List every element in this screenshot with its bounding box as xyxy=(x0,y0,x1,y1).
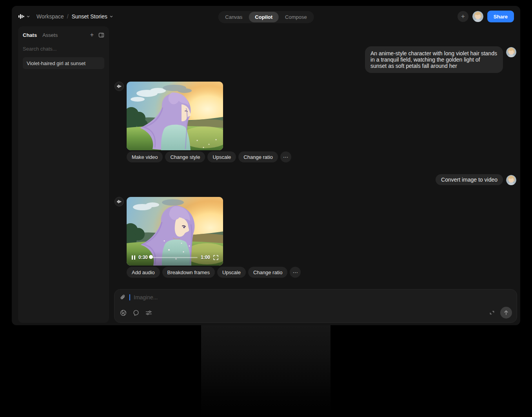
current-time: 0:30 xyxy=(138,255,148,260)
make-video-button[interactable]: Make video xyxy=(127,151,163,162)
sidebar-tab-assets[interactable]: Assets xyxy=(42,32,58,38)
tab-compose[interactable]: Compose xyxy=(279,12,313,22)
user-message: Convert image to video xyxy=(436,174,516,185)
app-menu-button[interactable] xyxy=(18,13,30,20)
breadcrumb: Workspace / Sunset Stories xyxy=(36,13,113,20)
video-actions: Add audio Breakdown frames Upscale Chang… xyxy=(127,267,301,278)
image-actions: Make video Change style Upscale Change r… xyxy=(127,151,291,162)
new-chat-button[interactable]: + xyxy=(90,32,94,38)
chat-item-title: Violet-haired girl at sunset xyxy=(27,60,85,66)
search-chats xyxy=(23,45,104,52)
change-ratio-button[interactable]: Change ratio xyxy=(238,151,278,162)
app-window: Workspace / Sunset Stories Canvas Copilo… xyxy=(12,6,520,325)
text-cursor xyxy=(129,294,130,300)
assistant-avatar-waveform-icon xyxy=(114,197,124,206)
background-glow xyxy=(201,325,330,417)
sidebar-header: Chats Assets + xyxy=(23,32,104,38)
send-button[interactable] xyxy=(500,307,512,319)
chat-list-item[interactable]: Violet-haired girl at sunset xyxy=(23,57,104,69)
sidebar-tab-chats[interactable]: Chats xyxy=(23,32,37,38)
chevron-down-icon xyxy=(109,15,113,18)
search-chats-input[interactable] xyxy=(23,46,104,52)
composer xyxy=(114,289,517,323)
assistant-video-message: 0:30 1:00 xyxy=(114,197,223,266)
upscale-button[interactable]: Upscale xyxy=(217,267,246,278)
user-message-bubble: Convert image to video xyxy=(436,174,503,185)
change-style-button[interactable]: Change style xyxy=(165,151,205,162)
share-button[interactable]: Share xyxy=(487,11,514,22)
video-controls: 0:30 1:00 xyxy=(127,251,223,266)
model-aperture-icon[interactable] xyxy=(120,310,127,316)
breadcrumb-workspace[interactable]: Workspace xyxy=(36,13,64,20)
settings-sliders-icon[interactable] xyxy=(145,310,152,316)
assistant-image-message xyxy=(114,82,223,150)
more-actions-button[interactable]: ⋯ xyxy=(290,267,301,278)
project-name: Sunset Stories xyxy=(72,13,107,20)
video-progress-bar[interactable] xyxy=(151,257,198,258)
more-actions-button[interactable]: ⋯ xyxy=(280,151,291,162)
header-right: + Share xyxy=(458,11,514,22)
new-project-button[interactable]: + xyxy=(458,11,468,22)
breakdown-frames-button[interactable]: Breakdown frames xyxy=(162,267,215,278)
video-duration: 1:00 xyxy=(201,255,210,260)
tab-copilot[interactable]: Copilot xyxy=(249,12,279,22)
user-message-avatar xyxy=(506,175,516,185)
user-message-bubble: An anime-style character with long viole… xyxy=(365,46,503,73)
panel-toggle-icon[interactable] xyxy=(98,32,104,38)
resize-handle-icon[interactable] xyxy=(489,310,495,315)
pause-button[interactable] xyxy=(132,255,135,260)
user-message: An anime-style character with long viole… xyxy=(365,46,516,73)
progress-knob[interactable] xyxy=(149,255,153,259)
mode-tabs: Canvas Copilot Compose xyxy=(218,11,314,23)
attach-file-icon[interactable] xyxy=(120,294,126,300)
assistant-avatar-waveform-icon xyxy=(114,82,124,91)
generated-video[interactable]: 0:30 1:00 xyxy=(127,197,223,266)
breadcrumb-separator: / xyxy=(67,13,69,20)
chevron-down-icon xyxy=(26,15,30,18)
add-audio-button[interactable]: Add audio xyxy=(127,267,160,278)
user-message-avatar xyxy=(506,47,516,57)
user-avatar[interactable] xyxy=(472,11,483,22)
change-ratio-button[interactable]: Change ratio xyxy=(248,267,287,278)
desktop: { "header": { "breadcrumb": { "workspace… xyxy=(0,0,532,417)
header: Workspace / Sunset Stories Canvas Copilo… xyxy=(12,6,520,27)
fullscreen-button[interactable] xyxy=(213,255,218,260)
logo-waveform-icon xyxy=(18,13,25,20)
upscale-button[interactable]: Upscale xyxy=(207,151,236,162)
prompt-input[interactable] xyxy=(134,294,511,300)
tab-canvas[interactable]: Canvas xyxy=(219,12,249,22)
sidebar: Chats Assets + Violet-haired girl at sun… xyxy=(18,26,109,323)
chat-bubble-icon[interactable] xyxy=(133,310,139,316)
breadcrumb-project[interactable]: Sunset Stories xyxy=(72,13,113,20)
generated-image[interactable] xyxy=(127,82,223,150)
